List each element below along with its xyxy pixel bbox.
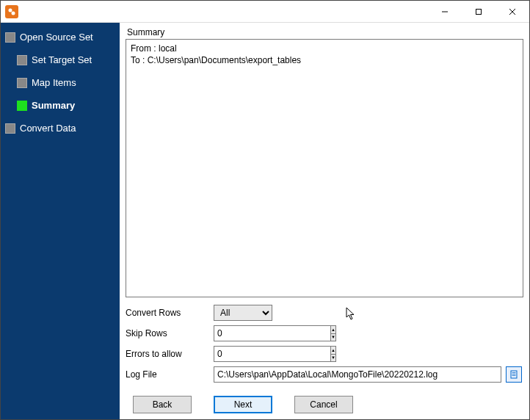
log-file-input[interactable] bbox=[214, 366, 501, 383]
errors-allow-label: Errors to allow bbox=[126, 349, 214, 359]
convert-rows-select[interactable]: All bbox=[214, 305, 272, 321]
sidebar-item-label: Summary bbox=[32, 100, 75, 111]
minimize-button[interactable] bbox=[428, 1, 462, 22]
svg-point-0 bbox=[9, 8, 12, 12]
close-button[interactable] bbox=[495, 1, 529, 22]
log-file-label: Log File bbox=[126, 369, 214, 380]
wizard-buttons: Back Next Cancel bbox=[126, 393, 523, 413]
skip-rows-label: Skip Rows bbox=[126, 328, 214, 338]
section-label: Summary bbox=[126, 26, 523, 39]
summary-textarea[interactable]: From : local To : C:\Users\pan\Documents… bbox=[126, 39, 523, 297]
next-button[interactable]: Next bbox=[214, 396, 272, 413]
document-icon bbox=[509, 370, 518, 379]
body: Open Source Set Set Target Set Map Items… bbox=[1, 23, 529, 419]
step-box-icon bbox=[17, 101, 27, 111]
sidebar-item-label: Open Source Set bbox=[20, 32, 93, 43]
cancel-button[interactable]: Cancel bbox=[294, 396, 353, 413]
app-window: Open Source Set Set Target Set Map Items… bbox=[0, 0, 530, 420]
sidebar-item-label: Map Items bbox=[32, 77, 76, 88]
convert-rows-label: Convert Rows bbox=[126, 308, 214, 318]
sidebar-item-set-target-set[interactable]: Set Target Set bbox=[15, 53, 117, 67]
step-box-icon bbox=[17, 55, 27, 65]
skip-rows-spinner: ▲ ▼ bbox=[214, 325, 272, 341]
skip-rows-cell: ▲ ▼ bbox=[214, 325, 501, 341]
step-box-icon bbox=[5, 123, 15, 134]
window-controls bbox=[428, 1, 529, 22]
sidebar-item-label: Convert Data bbox=[20, 123, 76, 134]
sidebar-item-label: Set Target Set bbox=[32, 54, 92, 65]
svg-rect-3 bbox=[476, 9, 482, 14]
wizard-sidebar: Open Source Set Set Target Set Map Items… bbox=[1, 23, 120, 419]
app-icon bbox=[5, 5, 18, 18]
maximize-button[interactable] bbox=[462, 1, 495, 22]
browse-log-button[interactable] bbox=[506, 366, 522, 383]
step-box-icon bbox=[17, 78, 27, 88]
titlebar bbox=[1, 1, 529, 23]
spinner-down-icon[interactable]: ▼ bbox=[331, 334, 335, 341]
back-button[interactable]: Back bbox=[133, 396, 192, 413]
spinner-up-icon[interactable]: ▲ bbox=[331, 347, 335, 355]
sidebar-item-summary[interactable]: Summary bbox=[15, 98, 117, 112]
errors-allow-cell: ▲ ▼ bbox=[214, 346, 501, 362]
step-box-icon bbox=[5, 32, 15, 43]
sidebar-item-open-source-set[interactable]: Open Source Set bbox=[4, 30, 117, 44]
spinner-down-icon[interactable]: ▼ bbox=[331, 355, 335, 362]
errors-allow-input[interactable] bbox=[214, 346, 330, 362]
errors-allow-spinner: ▲ ▼ bbox=[214, 346, 272, 362]
convert-rows-cell: All bbox=[214, 305, 501, 321]
options-form: Convert Rows All Skip Rows ▲ ▼ bbox=[126, 305, 523, 383]
main-panel: Summary From : local To : C:\Users\pan\D… bbox=[120, 23, 529, 419]
svg-rect-6 bbox=[511, 371, 517, 378]
sidebar-item-convert-data[interactable]: Convert Data bbox=[4, 121, 117, 135]
sidebar-item-map-items[interactable]: Map Items bbox=[15, 76, 117, 90]
spinner-up-icon[interactable]: ▲ bbox=[331, 326, 335, 334]
svg-point-1 bbox=[12, 11, 15, 15]
skip-rows-input[interactable] bbox=[214, 325, 330, 341]
